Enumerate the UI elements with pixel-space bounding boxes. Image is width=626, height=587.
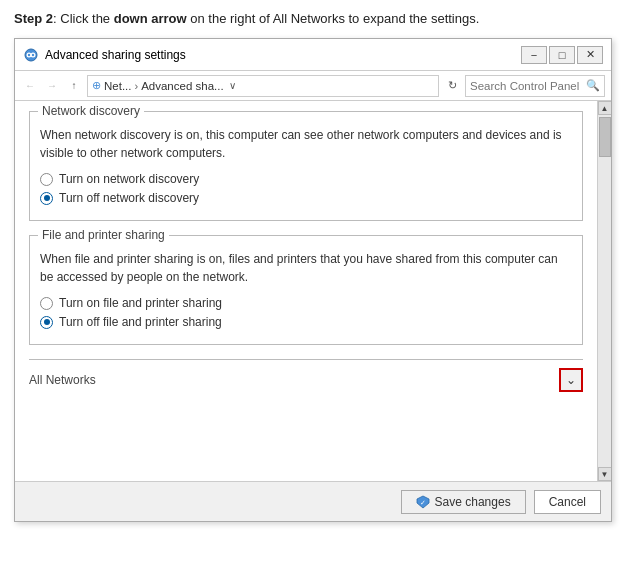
close-button[interactable]: ✕	[577, 46, 603, 64]
content-area: Network discovery When network discovery…	[15, 101, 611, 481]
file-sharing-title: File and printer sharing	[38, 228, 169, 242]
network-discovery-title: Network discovery	[38, 104, 144, 118]
minimize-button[interactable]: −	[521, 46, 547, 64]
svg-point-4	[32, 53, 34, 55]
radio-option-turn-on-discovery[interactable]: Turn on network discovery	[40, 172, 572, 186]
breadcrumb: ⊕ Net... › Advanced sha... ∨	[87, 75, 439, 97]
up-button[interactable]: ↑	[65, 77, 83, 95]
search-box[interactable]: 🔍	[465, 75, 605, 97]
radio-dot-discovery	[44, 195, 50, 201]
radio-turn-off-discovery[interactable]	[40, 192, 53, 205]
radio-turn-on-discovery[interactable]	[40, 173, 53, 186]
step-number: Step 2	[14, 11, 53, 26]
breadcrumb-adv: Advanced sha...	[141, 80, 223, 92]
radio-option-turn-on-sharing[interactable]: Turn on file and printer sharing	[40, 296, 572, 310]
footer-bar: ✓ Save changes Cancel	[15, 481, 611, 521]
svg-point-3	[28, 53, 30, 55]
step-text-part1: : Click the	[53, 11, 114, 26]
turn-on-sharing-label: Turn on file and printer sharing	[59, 296, 222, 310]
network-discovery-section: Network discovery When network discovery…	[29, 111, 583, 221]
svg-text:✓: ✓	[420, 499, 426, 506]
expand-chevron-icon: ⌄	[566, 373, 576, 387]
scrollbar[interactable]: ▲ ▼	[597, 101, 611, 481]
radio-turn-off-sharing[interactable]	[40, 316, 53, 329]
window-controls: − □ ✕	[521, 46, 603, 64]
outer-wrapper: Step 2: Click the down arrow on the righ…	[0, 0, 626, 536]
back-button[interactable]: ←	[21, 77, 39, 95]
scroll-up-button[interactable]: ▲	[598, 101, 612, 115]
radio-turn-on-sharing[interactable]	[40, 297, 53, 310]
save-changes-label: Save changes	[435, 495, 511, 509]
file-sharing-description: When file and printer sharing is on, fil…	[40, 250, 572, 286]
all-networks-expand-button[interactable]: ⌄	[559, 368, 583, 392]
maximize-button[interactable]: □	[549, 46, 575, 64]
radio-option-turn-off-discovery[interactable]: Turn off network discovery	[40, 191, 572, 205]
radio-dot-sharing	[44, 319, 50, 325]
file-sharing-section: File and printer sharing When file and p…	[29, 235, 583, 345]
window-icon	[23, 47, 39, 63]
breadcrumb-net: Net...	[104, 80, 131, 92]
turn-on-discovery-label: Turn on network discovery	[59, 172, 199, 186]
breadcrumb-separator-1: ›	[134, 80, 138, 92]
all-networks-label: All Networks	[29, 373, 559, 387]
step-bold-word: down arrow	[114, 11, 187, 26]
turn-off-discovery-label: Turn off network discovery	[59, 191, 199, 205]
radio-option-turn-off-sharing[interactable]: Turn off file and printer sharing	[40, 315, 572, 329]
search-input[interactable]	[470, 80, 586, 92]
advanced-sharing-window: Advanced sharing settings − □ ✕ ← → ↑ ⊕ …	[14, 38, 612, 522]
search-icon: 🔍	[586, 79, 600, 92]
forward-button[interactable]: →	[43, 77, 61, 95]
step-text-part2: on the right of All Networks to expand t…	[187, 11, 480, 26]
title-bar: Advanced sharing settings − □ ✕	[15, 39, 611, 71]
scroll-track[interactable]	[598, 115, 611, 467]
scroll-thumb[interactable]	[599, 117, 611, 157]
breadcrumb-dropdown-icon[interactable]: ∨	[229, 80, 236, 91]
shield-icon: ✓	[416, 495, 430, 509]
window-title: Advanced sharing settings	[45, 48, 521, 62]
save-changes-button[interactable]: ✓ Save changes	[401, 490, 526, 514]
main-content: Network discovery When network discovery…	[15, 101, 597, 481]
all-networks-bar: All Networks ⌄	[29, 359, 583, 392]
turn-off-sharing-label: Turn off file and printer sharing	[59, 315, 222, 329]
cancel-button[interactable]: Cancel	[534, 490, 601, 514]
network-discovery-description: When network discovery is on, this compu…	[40, 126, 572, 162]
refresh-button[interactable]: ↻	[443, 77, 461, 95]
network-icon: ⊕	[92, 79, 101, 92]
scroll-down-button[interactable]: ▼	[598, 467, 612, 481]
step-instruction: Step 2: Click the down arrow on the righ…	[14, 10, 612, 28]
address-bar: ← → ↑ ⊕ Net... › Advanced sha... ∨ ↻ 🔍	[15, 71, 611, 101]
